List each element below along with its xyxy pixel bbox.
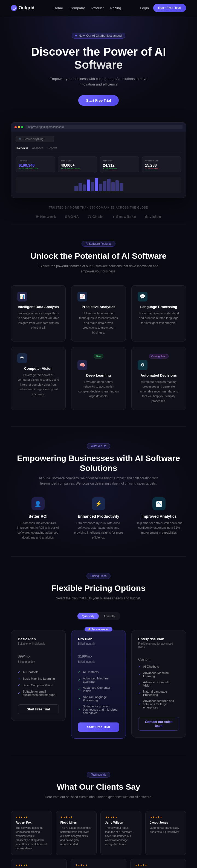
stars-0: ★★★★★: [15, 816, 47, 819]
testimonials-section: Testimonials What Our Clients Say Hear f…: [0, 755, 197, 868]
mockup-stats: Revenue $190,340 +7.2% than last month T…: [15, 156, 182, 173]
testimonials-badge: Testimonials: [87, 772, 110, 778]
testimonial-3: ★★★★★ Jacob Jones Outgrid has dramatical…: [145, 811, 186, 855]
reviewer-name-0: Robert Fox: [15, 821, 47, 824]
why-icon-2: 📉: [152, 497, 165, 510]
toggle-quarterly[interactable]: Quarterly: [77, 613, 98, 619]
start-trial-button[interactable]: Start Free Trial: [153, 4, 186, 12]
why-icon-0: 👤: [32, 497, 45, 510]
bar-2: [79, 183, 82, 191]
nav-link-company[interactable]: Company: [70, 6, 85, 10]
features-badge: AI Software Features: [82, 241, 115, 247]
testimonials-title: What Our Clients Say: [11, 782, 186, 792]
bar-4: [87, 180, 90, 191]
logo-text: Outgrid: [18, 5, 35, 10]
enterprise-cta-button[interactable]: Contact our sales team: [138, 717, 179, 731]
featured-badge: ⭐ Recommended: [84, 627, 113, 631]
nav-links: Home Company Product Pricing: [54, 5, 121, 10]
pricing-toggle: Quarterly Annually: [77, 612, 120, 620]
stat-units: Total Unit 24,312 +5.4% this week: [100, 156, 139, 173]
reviewer-text-3: Outgrid has dramatically boosted our pro…: [150, 826, 182, 834]
trusted-logos: ❋ Network SAONA ⬡ Chain ● Snowflake ◎ vi…: [11, 215, 186, 219]
pro-plan-desc: Billed monthly: [78, 642, 119, 645]
feature-icon-2: 💬: [137, 291, 148, 302]
feature-title-2: Language Processing: [137, 305, 180, 309]
feature-desc-2: Scale machines to understand and process…: [137, 311, 180, 326]
basic-plan-price: $99/mo: [18, 650, 59, 660]
testimonial-4: ★★★★★ Darlene Robertson The software has…: [11, 859, 67, 868]
why-card-desc-2: Help smarter data-driven decisions confi…: [132, 521, 186, 535]
feature-title-1: Predictive Analytics: [77, 305, 120, 309]
browser-dots: [14, 126, 23, 128]
logo-icon: ◯: [11, 5, 17, 11]
logo[interactable]: ◯ Outgrid: [11, 5, 35, 11]
basic-feature-2: ✓Basic Computer Vision: [18, 682, 59, 688]
check-icon: ✓: [18, 691, 21, 695]
stat-available-value: 15,288: [145, 163, 179, 167]
pro-cta-button[interactable]: Start Free Trial: [78, 722, 119, 732]
why-card-0: 👤 Better ROI Businesses implement 43% im…: [11, 497, 65, 540]
bar-7: [99, 184, 102, 191]
enterprise-feature-1: ✓Advanced Machine Learning: [138, 670, 179, 679]
hero-cta-button[interactable]: Start Free Trial: [78, 95, 118, 106]
stat-units-change: +5.4% this week: [103, 167, 136, 169]
hero-section: New: Our AI Chatbot just landed Discover…: [0, 16, 197, 111]
feature-title-5: Automated Decisions: [137, 373, 180, 377]
bar-1: [74, 186, 78, 191]
reviewer-text-1: The AI capabilities of this software hav…: [61, 826, 92, 846]
feature-desc-1: Utilize machine learning techniques to f…: [77, 311, 120, 335]
tab-reports[interactable]: Reports: [48, 147, 57, 150]
stat-sales-label: Total Sales: [61, 159, 94, 162]
pro-feature-0: ✓AI Chatbots: [78, 669, 119, 675]
testimonial-0: ★★★★★ Robert Fox The software helps the …: [11, 811, 52, 855]
check-icon: ✓: [138, 664, 141, 669]
check-icon: ✓: [78, 678, 81, 682]
mockup-tabs: Overview Analytics Reports: [15, 147, 182, 152]
nav-link-product[interactable]: Product: [91, 6, 104, 10]
logo-vision: ◎ vision: [145, 215, 161, 219]
stars-5: ★★★★★: [75, 864, 122, 867]
enterprise-plan-desc: Flexible pricing for advanced users: [138, 642, 179, 648]
mockup-chart: [15, 177, 182, 193]
mockup-search[interactable]: 🔍 Search anything...: [15, 136, 54, 142]
feature-desc-5: Automate decision-making processes and g…: [137, 380, 180, 404]
basic-plan-billing: Billed monthly: [18, 660, 59, 663]
pro-plan-name: Pro Plan: [78, 637, 119, 641]
check-icon: ✓: [138, 673, 141, 676]
browser-url: https://outgrid.app/dashboard: [26, 125, 183, 129]
feature-card-1: 📈 Predictive Analytics Utilize machine l…: [71, 285, 126, 341]
feature-title-4: Deep Learning: [77, 373, 120, 377]
feature-card-5: Coming Soon ⚙ Automated Decisions Automa…: [131, 347, 186, 410]
pro-plan-price: $199/mo: [78, 650, 119, 660]
testimonial-5: ★★★★★ Annette Black The AI-powered analy…: [71, 859, 126, 868]
nav-actions: Login Start Free Trial: [140, 4, 186, 12]
check-icon: ✓: [138, 691, 141, 695]
stat-revenue-change: +7.2% than last month: [18, 167, 52, 169]
stat-available: Available Unit 15,288 -2.1% this week: [142, 156, 182, 173]
stat-available-change: -2.1% this week: [145, 167, 179, 169]
basic-cta-button[interactable]: Start Free Trial: [18, 704, 59, 714]
login-button[interactable]: Login: [140, 6, 149, 10]
nav-link-home[interactable]: Home: [54, 6, 63, 10]
feature-icon-4: 🧠: [77, 360, 87, 370]
reviewer-text-0: The software helps the team accomplishin…: [15, 826, 47, 850]
close-dot: [14, 126, 17, 128]
enterprise-plan-name: Enterprise Plan: [138, 637, 179, 641]
pricing-title: Flexible Pricing Options: [11, 583, 186, 593]
why-card-title-0: Better ROI: [11, 514, 65, 519]
tab-analytics[interactable]: Analytics: [32, 147, 43, 150]
why-card-title-1: Enhanced Productivity: [71, 514, 125, 519]
tab-overview[interactable]: Overview: [15, 147, 28, 150]
toggle-annually[interactable]: Annually: [99, 613, 120, 619]
testimonial-2: ★★★★★ Jerry Wilson The powerful robust f…: [101, 811, 142, 855]
check-icon: ✓: [78, 670, 81, 674]
check-icon: ✓: [18, 683, 21, 687]
enterprise-plan-price: Custom: [138, 653, 179, 663]
check-icon: ✓: [78, 687, 81, 691]
nav-link-pricing[interactable]: Pricing: [110, 6, 121, 10]
logo-saona: SAONA: [65, 215, 79, 219]
bar-5: [91, 182, 94, 191]
pricing-subtitle: Select the plan that suits your business…: [38, 596, 159, 601]
reviewer-text-2: The powerful robust features of AI softw…: [105, 826, 137, 846]
minimize-dot: [18, 126, 20, 128]
